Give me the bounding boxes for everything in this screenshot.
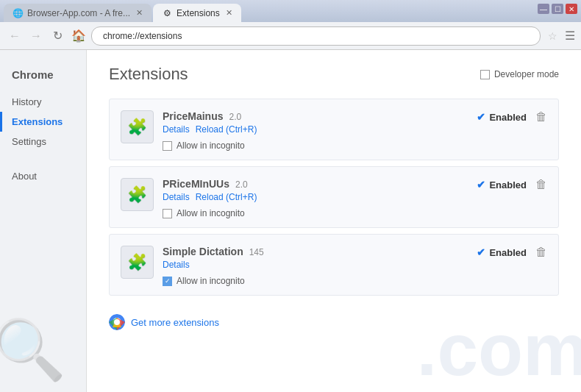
incognito-checkbox-priceminuus[interactable] — [163, 209, 172, 218]
extension-links-simpledictation: Details — [163, 260, 468, 270]
address-text: chrome://extensions — [103, 31, 532, 41]
extension-details-simpledictation[interactable]: Details — [163, 260, 190, 270]
svg-point-2 — [114, 319, 120, 325]
tab-favicon-extensions: ⚙ — [162, 8, 172, 18]
chrome-menu-icon[interactable]: ☰ — [565, 29, 575, 43]
extension-incognito-pricemainus[interactable]: Allow in incognito — [163, 140, 468, 151]
extension-item-simpledictation: 🧩 Simple Dictation 145 Details Allow in … — [109, 234, 559, 296]
extension-info-priceminuus: PRiceMInUUs 2.0 Details Reload (Ctrl+R) … — [163, 178, 468, 218]
incognito-label-pricemainus: Allow in incognito — [177, 140, 245, 151]
extension-item-priceminuus: 🧩 PRiceMInUUs 2.0 Details Reload (Ctrl+R… — [109, 166, 559, 228]
sidebar-item-about[interactable]: About — [0, 166, 86, 186]
title-bar: 🌐 Browser-App.com - A fre... ✕ ⚙ Extensi… — [0, 0, 581, 22]
sidebar-watermark: 🔍 — [0, 316, 66, 385]
window-controls: — ☐ ✕ — [538, 4, 577, 14]
enabled-check-icon-simpledictation: ✔ — [477, 246, 485, 258]
developer-mode-checkbox[interactable] — [480, 70, 490, 79]
content-inner: Extensions Developer mode 🧩 PriceMainus … — [87, 50, 581, 349]
puzzle-icon-pricemainus: 🧩 — [127, 118, 147, 137]
tab-browser-app[interactable]: 🌐 Browser-App.com - A fre... ✕ — [4, 4, 152, 22]
extension-enabled-pricemainus[interactable]: ✔ Enabled — [477, 111, 527, 123]
extension-row-simpledictation: 🧩 Simple Dictation 145 Details Allow in … — [121, 246, 547, 286]
tab-extensions[interactable]: ⚙ Extensions ✕ — [153, 4, 241, 22]
delete-button-simpledictation[interactable]: 🗑 — [535, 246, 547, 259]
enabled-label-priceminuus: Enabled — [489, 179, 527, 190]
page-title: Extensions — [109, 65, 188, 84]
extension-enabled-simpledictation[interactable]: ✔ Enabled — [477, 246, 527, 258]
extension-icon-priceminuus: 🧩 — [121, 178, 154, 211]
developer-mode-label: Developer mode — [494, 69, 559, 79]
delete-button-pricemainus[interactable]: 🗑 — [535, 110, 547, 124]
tab-close-extensions[interactable]: ✕ — [226, 8, 232, 18]
bookmark-star-icon[interactable]: ☆ — [548, 30, 557, 42]
enabled-check-icon-pricemainus: ✔ — [477, 111, 485, 123]
extension-links-pricemainus: Details Reload (Ctrl+R) — [163, 124, 468, 135]
forward-button[interactable]: → — [27, 27, 45, 45]
minimize-button[interactable]: — — [538, 4, 549, 14]
extension-row-pricemainus: 🧩 PriceMainus 2.0 Details Reload (Ctrl+R… — [121, 110, 547, 151]
extension-name-row-simpledictation: Simple Dictation 145 — [163, 246, 468, 257]
get-more-extensions[interactable]: Get more extensions — [109, 310, 559, 334]
extension-version-simpledictation: 145 — [249, 247, 264, 257]
sidebar-item-settings[interactable]: Settings — [0, 132, 86, 152]
address-input[interactable]: chrome://extensions — [91, 26, 541, 46]
enabled-label-simpledictation: Enabled — [489, 247, 527, 258]
extension-version-pricemainus: 2.0 — [229, 112, 241, 122]
tab-favicon-browser-app: 🌐 — [13, 8, 23, 18]
puzzle-icon-simpledictation: 🧩 — [127, 253, 147, 272]
incognito-checkbox-pricemainus[interactable] — [163, 141, 172, 151]
back-button[interactable]: ← — [6, 27, 24, 45]
main-layout: Chrome History Extensions Settings About… — [0, 50, 581, 392]
extension-reload-priceminuus[interactable]: Reload (Ctrl+R) — [196, 192, 257, 202]
extension-incognito-priceminuus[interactable]: Allow in incognito — [163, 208, 468, 218]
extension-links-priceminuus: Details Reload (Ctrl+R) — [163, 192, 468, 202]
extension-controls-priceminuus: ✔ Enabled 🗑 — [477, 178, 547, 191]
reload-button[interactable]: ↻ — [49, 27, 66, 45]
extension-name-pricemainus: PriceMainus — [163, 110, 223, 122]
close-button[interactable]: ✕ — [566, 4, 577, 14]
enabled-label-pricemainus: Enabled — [489, 112, 527, 123]
extension-enabled-priceminuus[interactable]: ✔ Enabled — [477, 179, 527, 190]
get-more-link[interactable]: Get more extensions — [131, 317, 219, 328]
sidebar-title: Chrome — [0, 65, 86, 92]
developer-mode-toggle[interactable]: Developer mode — [480, 69, 559, 79]
extension-row-priceminuus: 🧩 PRiceMInUUs 2.0 Details Reload (Ctrl+R… — [121, 178, 547, 218]
content-header: Extensions Developer mode — [109, 65, 559, 84]
extension-info-simpledictation: Simple Dictation 145 Details Allow in in… — [163, 246, 468, 286]
extension-name-row-priceminuus: PRiceMInUUs 2.0 — [163, 178, 468, 190]
tab-label-extensions: Extensions — [177, 8, 220, 18]
incognito-label-simpledictation: Allow in incognito — [177, 276, 245, 286]
extension-controls-simpledictation: ✔ Enabled 🗑 — [477, 246, 547, 259]
enabled-check-icon-priceminuus: ✔ — [477, 179, 485, 190]
extension-incognito-simpledictation[interactable]: Allow in incognito — [163, 276, 468, 286]
extension-details-priceminuus[interactable]: Details — [163, 192, 190, 202]
extension-details-pricemainus[interactable]: Details — [163, 124, 190, 135]
extension-icon-pricemainus: 🧩 — [121, 110, 154, 143]
address-bar: ← → ↻ 🏠 chrome://extensions ☆ ☰ — [0, 22, 581, 50]
chrome-store-icon — [109, 314, 125, 330]
sidebar: Chrome History Extensions Settings About… — [0, 50, 87, 392]
extension-reload-pricemainus[interactable]: Reload (Ctrl+R) — [196, 124, 257, 135]
extension-icon-simpledictation: 🧩 — [121, 246, 154, 279]
puzzle-icon-priceminuus: 🧩 — [127, 185, 147, 204]
tab-close-browser-app[interactable]: ✕ — [136, 8, 143, 18]
extension-name-simpledictation: Simple Dictation — [163, 246, 243, 257]
home-button[interactable]: 🏠 — [70, 27, 88, 45]
extension-name-row-pricemainus: PriceMainus 2.0 — [163, 110, 468, 122]
sidebar-item-extensions[interactable]: Extensions — [0, 112, 86, 132]
content-area: Extensions Developer mode 🧩 PriceMainus … — [87, 50, 581, 392]
extension-name-priceminuus: PRiceMInUUs — [163, 178, 229, 190]
incognito-label-priceminuus: Allow in incognito — [177, 208, 245, 218]
maximize-button[interactable]: ☐ — [552, 4, 563, 14]
extension-controls-pricemainus: ✔ Enabled 🗑 — [477, 110, 547, 124]
tab-strip: 🌐 Browser-App.com - A fre... ✕ ⚙ Extensi… — [4, 0, 241, 22]
extension-info-pricemainus: PriceMainus 2.0 Details Reload (Ctrl+R) … — [163, 110, 468, 151]
extension-version-priceminuus: 2.0 — [235, 179, 248, 190]
extension-item-pricemainus: 🧩 PriceMainus 2.0 Details Reload (Ctrl+R… — [109, 99, 559, 160]
sidebar-item-history[interactable]: History — [0, 92, 86, 112]
tab-label-browser-app: Browser-App.com - A fre... — [27, 8, 130, 18]
incognito-checkbox-simpledictation[interactable] — [163, 277, 172, 286]
sidebar-spacer — [0, 152, 86, 166]
delete-button-priceminuus[interactable]: 🗑 — [535, 178, 547, 191]
